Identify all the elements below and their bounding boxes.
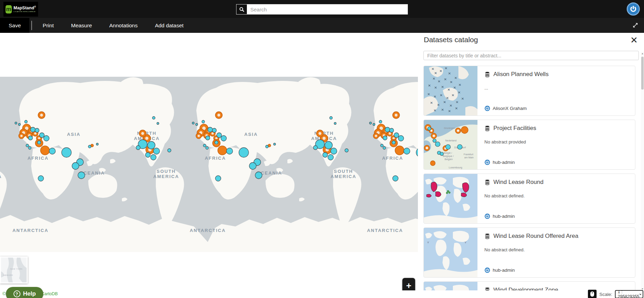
marker-cyan[interactable] — [88, 145, 91, 148]
scroll-down-arrow-icon[interactable]: ▼ — [641, 288, 644, 290]
marker-cyan[interactable] — [385, 127, 390, 132]
marker-cyan[interactable] — [157, 122, 159, 124]
marker-cyan[interactable] — [379, 120, 382, 123]
marker-cyan[interactable] — [192, 122, 194, 124]
marker-orange-cluster[interactable] — [316, 130, 323, 137]
marker-cyan[interactable] — [212, 128, 216, 132]
marker-cyan[interactable] — [217, 133, 222, 138]
marker-cyan[interactable] — [313, 146, 317, 150]
mouse-position-toggle[interactable] — [588, 290, 597, 298]
marker-cyan[interactable] — [151, 155, 156, 160]
marker-cyan[interactable] — [373, 123, 375, 125]
marker-cyan[interactable] — [345, 149, 348, 152]
scrollbar-thumb[interactable] — [641, 57, 644, 90]
marker-cyan[interactable] — [168, 149, 171, 152]
marker-cyan[interactable] — [323, 152, 328, 157]
marker-cyan[interactable] — [266, 145, 268, 148]
marker-orange-cluster[interactable] — [139, 130, 146, 137]
close-icon[interactable]: ✕ — [630, 35, 638, 46]
marker-cyan[interactable] — [394, 133, 399, 138]
marker-orange[interactable] — [395, 146, 404, 155]
marker-cyan[interactable] — [206, 136, 210, 140]
help-button[interactable]: ? Help — [6, 287, 43, 298]
marker-orange-cluster[interactable] — [196, 133, 202, 139]
marker-cyan[interactable] — [15, 122, 17, 124]
marker-cyan[interactable] — [206, 147, 208, 149]
marker-cyan[interactable] — [49, 148, 55, 154]
zoom-in-button[interactable]: + — [406, 281, 411, 290]
marker-cyan[interactable] — [239, 148, 249, 157]
marker-cyan[interactable] — [145, 152, 150, 157]
marker-cyan[interactable] — [196, 123, 198, 125]
marker-orange[interactable] — [218, 146, 227, 155]
marker-cyan[interactable] — [383, 136, 387, 140]
marker-cyan[interactable] — [38, 176, 44, 181]
dataset-card[interactable]: ϒϒ Wind Lease Round Offered Area No abst… — [423, 227, 635, 278]
marker-orange-cluster[interactable] — [393, 112, 400, 119]
marker-cyan[interactable] — [328, 155, 333, 160]
marker-cyan[interactable] — [136, 146, 140, 150]
marker-cyan[interactable] — [393, 176, 398, 181]
marker-cyan[interactable] — [147, 141, 155, 149]
marker-cyan[interactable] — [203, 144, 206, 147]
marker-cyan[interactable] — [96, 143, 98, 145]
marker-cyan[interactable] — [369, 122, 372, 124]
marker-cyan[interactable] — [30, 127, 35, 132]
menu-item-annotations[interactable]: Annotations — [101, 18, 146, 33]
app-logo[interactable]: m MapStand® LOCATION INTELLIGENCE — [3, 2, 38, 17]
marker-cyan[interactable] — [153, 148, 160, 154]
marker-cyan[interactable] — [383, 147, 386, 149]
marker-cyan[interactable] — [274, 143, 276, 145]
marker-cyan[interactable] — [226, 148, 233, 154]
marker-cyan[interactable] — [404, 148, 410, 154]
scroll-up-arrow-icon[interactable]: ▲ — [641, 52, 644, 55]
marker-cyan[interactable] — [37, 141, 41, 144]
marker-cyan[interactable] — [72, 162, 79, 169]
dataset-card[interactable]: Wind Lease Round No abstract defined. hu… — [423, 174, 635, 224]
marker-cyan[interactable] — [28, 147, 31, 149]
marker-cyan[interactable] — [215, 176, 221, 181]
account-power-button[interactable] — [627, 2, 640, 16]
marker-orange-cluster[interactable] — [19, 133, 24, 139]
dataset-card[interactable]: ϒϒ Wind Development Zone No abstract def… — [423, 281, 635, 290]
dataset-filter-input[interactable] — [423, 51, 639, 60]
marker-cyan[interactable] — [35, 128, 39, 132]
search-button[interactable] — [236, 4, 247, 14]
marker-cyan[interactable] — [39, 133, 44, 138]
marker-cyan[interactable] — [215, 141, 218, 144]
marker-cyan[interactable] — [202, 120, 205, 123]
marker-orange-cluster[interactable] — [38, 112, 45, 119]
overview-minimap[interactable]: NEW YORKNEWARK — [0, 257, 28, 283]
marker-cyan[interactable] — [334, 122, 336, 124]
marker-cyan[interactable] — [255, 172, 262, 179]
marker-orange-cluster[interactable] — [373, 133, 379, 139]
marker-cyan[interactable] — [221, 136, 226, 141]
marker-cyan[interactable] — [152, 117, 155, 119]
menu-item-measure[interactable]: Measure — [62, 18, 100, 33]
menu-item-print[interactable]: Print — [34, 18, 62, 33]
marker-cyan[interactable] — [398, 136, 404, 141]
marker-cyan[interactable] — [208, 127, 213, 132]
dataset-card[interactable]: ✕✕✕✕✕✕✕✕✕✕✕✕✕✕✕✕✕✕✕✕✕✕✕✕✕✕✕✕✕✕✕✕ Alison … — [423, 66, 635, 116]
world-map[interactable]: SOUTHAMERICAASIAAFRICAOCEANIANORTHAMERIC… — [0, 33, 420, 290]
dataset-card[interactable]: GroningenNederlandDüsseldorfBelgië /Belg… — [423, 120, 635, 170]
marker-cyan[interactable] — [18, 123, 20, 125]
marker-cyan[interactable] — [381, 144, 383, 147]
menu-item-add-dataset[interactable]: Add dataset — [146, 18, 192, 33]
marker-cyan[interactable] — [78, 172, 85, 179]
menu-item-save[interactable]: Save — [0, 18, 29, 33]
catalog-scrollbar[interactable]: ▲ ▼ — [641, 52, 644, 290]
marker-cyan[interactable] — [331, 148, 337, 154]
marker-cyan[interactable] — [390, 128, 394, 132]
fullscreen-icon[interactable] — [632, 21, 639, 29]
marker-cyan[interactable] — [26, 144, 29, 147]
marker-orange-cluster[interactable] — [215, 112, 222, 119]
marker-cyan[interactable] — [44, 136, 49, 141]
marker-cyan[interactable] — [249, 162, 256, 169]
cartodb-link[interactable]: CartoDB — [41, 291, 58, 296]
map-canvas[interactable]: SOUTHAMERICAASIAAFRICAOCEANIANORTHAMERIC… — [0, 33, 420, 290]
search-input[interactable] — [247, 4, 408, 14]
marker-cyan[interactable] — [325, 141, 332, 149]
marker-orange[interactable] — [41, 146, 50, 155]
marker-cyan[interactable] — [330, 117, 332, 119]
